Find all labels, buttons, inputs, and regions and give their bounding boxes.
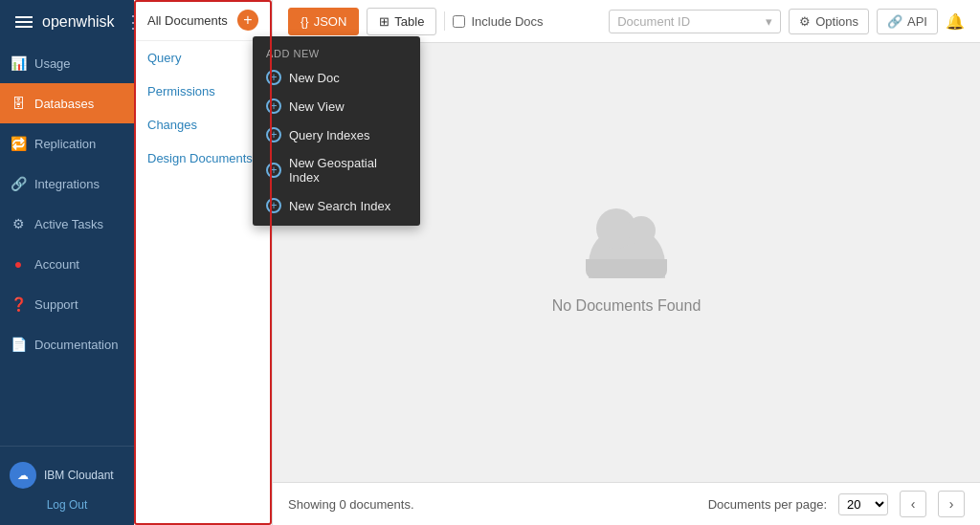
- sub-panel-changes[interactable]: Changes: [134, 108, 272, 142]
- sidebar-brand-text: IBM Cloudant: [44, 469, 114, 482]
- sidebar-item-databases[interactable]: 🗄 Databases: [0, 83, 134, 123]
- new-geospatial-icon: +: [266, 163, 281, 178]
- dropdown-new-search[interactable]: + New Search Index: [253, 191, 420, 220]
- account-icon: ●: [10, 255, 27, 273]
- new-doc-icon: +: [266, 70, 281, 85]
- dropdown-new-doc[interactable]: + New Doc: [253, 63, 420, 92]
- add-new-button[interactable]: +: [237, 10, 258, 31]
- replication-icon: 🔁: [10, 135, 27, 152]
- app-header: openwhisk ⋮: [0, 0, 134, 43]
- sidebar-item-usage-label: Usage: [34, 56, 71, 71]
- sidebar-item-documentation[interactable]: 📄 Documentation: [0, 324, 134, 364]
- sidebar-item-documentation-label: Documentation: [34, 338, 118, 352]
- app-title: openwhisk: [42, 13, 115, 31]
- sidebar: openwhisk ⋮ 📊 Usage 🗄 Databases 🔁 Replic…: [0, 0, 134, 525]
- support-icon: ❓: [10, 295, 27, 313]
- dropdown-new-geospatial[interactable]: + New Geospatial Index: [253, 149, 420, 191]
- logout-button[interactable]: Log Out: [10, 494, 124, 515]
- sidebar-brand: ☁ IBM Cloudant: [10, 456, 124, 494]
- document-id-input[interactable]: Document ID ▾: [609, 10, 781, 33]
- dropdown-new-view[interactable]: + New View: [253, 92, 420, 120]
- sidebar-item-active-tasks-label: Active Tasks: [34, 217, 103, 231]
- sidebar-item-support-label: Support: [34, 297, 78, 312]
- sidebar-item-usage[interactable]: 📊 Usage: [0, 43, 134, 83]
- tab-separator: [444, 11, 445, 31]
- sidebar-item-integrations-label: Integrations: [34, 177, 100, 191]
- next-page-button[interactable]: ›: [938, 491, 965, 517]
- footer-bar: Showing 0 documents. Documents per page:…: [273, 482, 980, 525]
- active-tasks-icon: ⚙: [10, 215, 27, 232]
- integrations-icon: 🔗: [10, 175, 27, 192]
- gear-icon: ⚙: [799, 14, 811, 29]
- sidebar-nav: 📊 Usage 🗄 Databases 🔁 Replication 🔗 Inte…: [0, 43, 134, 446]
- api-button[interactable]: 🔗 API: [877, 9, 938, 34]
- bell-icon[interactable]: 🔔: [946, 12, 965, 31]
- sidebar-footer: ☁ IBM Cloudant Log Out: [0, 446, 134, 525]
- sidebar-item-replication[interactable]: 🔁 Replication: [0, 123, 134, 164]
- sidebar-item-support[interactable]: ❓ Support: [0, 284, 134, 324]
- databases-icon: 🗄: [10, 95, 27, 112]
- include-docs-checkbox[interactable]: [453, 15, 465, 28]
- sub-panel-permissions[interactable]: Permissions: [134, 75, 272, 108]
- sidebar-item-integrations[interactable]: 🔗 Integrations: [0, 164, 134, 204]
- sidebar-item-replication-label: Replication: [34, 137, 96, 151]
- add-new-dropdown: Add New + New Doc + New View + Query Ind…: [253, 36, 420, 226]
- dropdown-query-indexes[interactable]: + Query Indexes: [253, 120, 420, 149]
- query-indexes-icon: +: [266, 127, 281, 142]
- include-docs-label[interactable]: Include Docs: [453, 14, 543, 29]
- all-documents-label: All Documents: [147, 13, 228, 28]
- sidebar-item-active-tasks[interactable]: ⚙ Active Tasks: [0, 204, 134, 244]
- json-tab-icon: {}: [301, 14, 309, 29]
- api-link-icon: 🔗: [887, 14, 902, 29]
- hamburger-icon[interactable]: [15, 16, 33, 28]
- json-tab-button[interactable]: {} JSON: [288, 8, 359, 35]
- options-button[interactable]: ⚙ Options: [789, 9, 869, 34]
- table-tab-icon: ⊞: [379, 14, 390, 29]
- documentation-icon: 📄: [10, 336, 27, 353]
- sub-panel-query[interactable]: Query: [134, 41, 272, 75]
- dropdown-arrow-icon: ▾: [766, 14, 772, 29]
- cloud-base: [586, 259, 667, 278]
- table-tab-button[interactable]: ⊞ Table: [367, 8, 436, 35]
- sidebar-item-databases-label: Databases: [34, 97, 94, 111]
- prev-page-button[interactable]: ‹: [900, 491, 926, 517]
- brand-icon: ☁: [10, 462, 36, 489]
- sub-panel-header: All Documents +: [134, 0, 272, 41]
- per-page-label: Documents per page:: [708, 497, 827, 512]
- new-search-icon: +: [266, 198, 281, 213]
- sub-panel-design-documents[interactable]: Design Documents: [134, 142, 272, 175]
- no-documents-text: No Documents Found: [552, 297, 702, 315]
- usage-icon: 📊: [10, 55, 27, 72]
- sidebar-item-account-label: Account: [34, 257, 79, 272]
- per-page-select[interactable]: 20 50 100: [838, 493, 888, 515]
- new-view-icon: +: [266, 98, 281, 114]
- sub-panel: All Documents + Query Permissions Change…: [134, 0, 273, 525]
- no-documents-icon: [584, 211, 670, 278]
- sidebar-item-account[interactable]: ● Account: [0, 244, 134, 284]
- dropdown-section-label: Add New: [253, 42, 420, 63]
- showing-text: Showing 0 documents.: [288, 497, 414, 512]
